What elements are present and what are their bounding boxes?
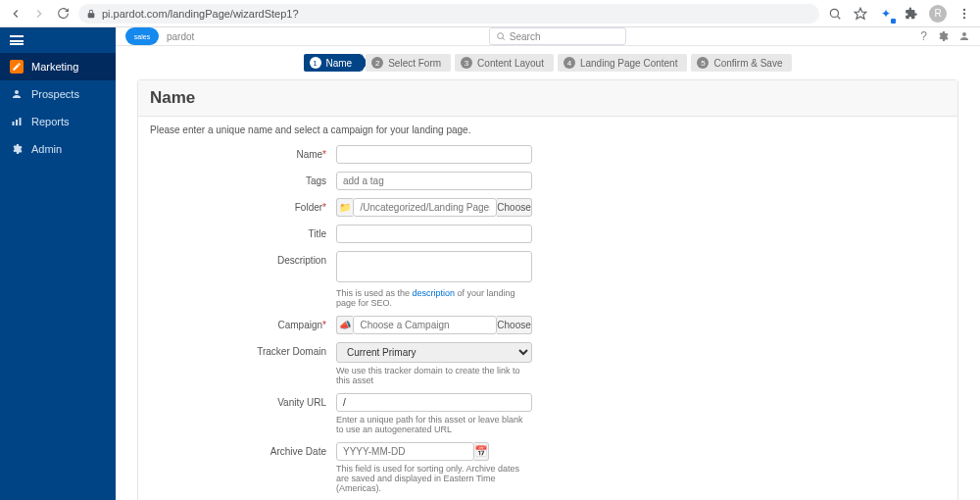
svg-rect-8 [20, 118, 22, 125]
url-text: pi.pardot.com/landingPage/wizardStep1? [102, 8, 299, 20]
nav-reload-button[interactable] [55, 6, 71, 22]
tags-input[interactable] [336, 172, 532, 190]
salesforce-logo: sales [125, 27, 159, 45]
wizard-step-confirm-save[interactable]: 5Confirm & Save [691, 54, 792, 72]
sidebar-label: Prospects [31, 88, 79, 100]
search-page-icon[interactable] [827, 6, 843, 22]
wizard-steps: 1Name 2Select Form 3Content Layout 4Land… [116, 46, 980, 79]
title-label: Title [308, 228, 326, 239]
profile-avatar[interactable]: R [929, 5, 947, 23]
svg-marker-2 [855, 8, 866, 19]
sidebar-label: Marketing [31, 61, 78, 73]
vanity-label: Vanity URL [277, 397, 326, 408]
wizard-step-content-layout[interactable]: 3Content Layout [455, 54, 554, 72]
form-panel: Name Please enter a unique name and sele… [137, 79, 958, 500]
gear-icon [10, 142, 24, 156]
name-input[interactable] [336, 145, 532, 164]
title-input[interactable] [336, 225, 532, 243]
sidebar-item-prospects[interactable]: Prospects [0, 80, 116, 108]
global-search[interactable]: Search [489, 27, 626, 45]
description-textarea[interactable] [336, 251, 532, 282]
panel-intro: Please enter a unique name and select a … [150, 125, 946, 135]
help-icon[interactable]: ? [920, 29, 927, 43]
chart-icon [10, 115, 24, 128]
extensions-puzzle-icon[interactable] [904, 6, 919, 22]
description-help: This is used as the description of your … [336, 288, 532, 308]
choose-campaign-button[interactable]: Choose [497, 316, 532, 334]
folder-icon: 📁 [336, 198, 353, 217]
search-icon [496, 31, 506, 41]
svg-point-0 [830, 9, 838, 17]
svg-point-9 [497, 33, 503, 39]
tracker-label: Tracker Domain [257, 346, 326, 357]
extension-icon[interactable]: ✦ [878, 6, 894, 22]
svg-point-3 [963, 8, 965, 10]
sidebar-item-reports[interactable]: Reports [0, 108, 116, 135]
archive-help: This field is used for sorting only. Arc… [336, 464, 532, 493]
search-placeholder: Search [510, 31, 541, 42]
svg-line-1 [838, 16, 841, 19]
browser-menu-icon[interactable] [956, 6, 972, 22]
wizard-step-landing-page-content[interactable]: 4Landing Page Content [558, 54, 688, 72]
user-icon [10, 87, 24, 101]
topbar: sales pardot Search ? [116, 27, 980, 46]
archive-date-input[interactable] [336, 442, 474, 461]
settings-gear-icon[interactable] [937, 30, 949, 42]
browser-toolbar: pi.pardot.com/landingPage/wizardStep1? ✦… [0, 0, 980, 27]
vanity-help: Enter a unique path for this asset or le… [336, 415, 532, 434]
sidebar-item-marketing[interactable]: Marketing [0, 53, 116, 80]
nav-back-button[interactable] [8, 6, 24, 22]
wizard-step-select-form[interactable]: 2Select Form [366, 54, 451, 72]
sidebar-toggle[interactable] [0, 27, 116, 53]
bookmark-star-icon[interactable] [853, 6, 868, 22]
campaign-icon: 📣 [336, 316, 353, 334]
choose-folder-button[interactable]: Choose [497, 198, 532, 217]
archive-label: Archive Date [270, 446, 326, 457]
campaign-label: Campaign [278, 320, 323, 330]
svg-rect-7 [16, 120, 18, 125]
panel-title: Name [150, 88, 946, 108]
svg-rect-6 [13, 122, 15, 125]
url-bar[interactable]: pi.pardot.com/landingPage/wizardStep1? [78, 4, 819, 24]
sidebar-label: Reports [31, 116, 70, 127]
calendar-icon[interactable]: 📅 [474, 442, 489, 461]
folder-input[interactable] [353, 198, 497, 217]
nav-forward-button[interactable] [31, 6, 47, 22]
vanity-url-input[interactable] [336, 393, 532, 412]
campaign-input[interactable] [353, 316, 497, 334]
description-help-link[interactable]: description [413, 288, 456, 298]
svg-point-5 [963, 16, 965, 18]
tracker-domain-select[interactable]: Current Primary [336, 342, 532, 363]
sidebar-item-admin[interactable]: Admin [0, 135, 116, 163]
name-label: Name [296, 149, 322, 160]
user-icon[interactable] [958, 30, 970, 42]
wizard-step-name[interactable]: 1Name [304, 54, 363, 72]
description-label: Description [277, 255, 326, 266]
pencil-icon [10, 60, 24, 74]
tracker-help: We use this tracker domain to create the… [336, 366, 532, 385]
folder-label: Folder [295, 202, 322, 213]
product-name: pardot [167, 31, 194, 42]
svg-point-4 [963, 12, 965, 14]
tags-label: Tags [306, 175, 326, 186]
svg-line-10 [503, 38, 505, 40]
lock-icon [86, 9, 96, 19]
sidebar: Marketing Prospects Reports Admin [0, 27, 116, 500]
sidebar-label: Admin [31, 143, 62, 155]
